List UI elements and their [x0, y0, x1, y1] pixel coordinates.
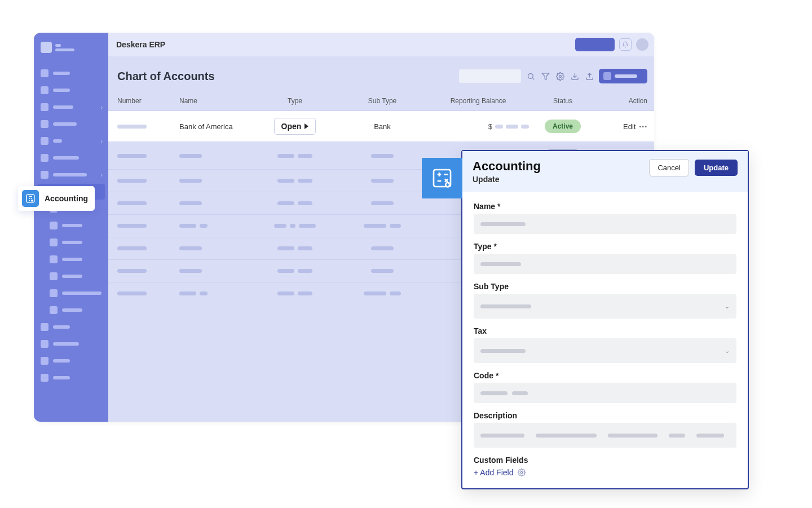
field-name: Name * — [474, 202, 736, 234]
svg-rect-2 — [27, 195, 34, 202]
col-sub: Sub Type — [337, 97, 427, 105]
col-name: Name — [179, 97, 253, 105]
topbar: Deskera ERP — [108, 33, 654, 56]
gear-icon[interactable] — [555, 71, 565, 81]
sidebar-subitem[interactable] — [34, 251, 108, 267]
description-input[interactable] — [474, 423, 736, 448]
add-field-link[interactable]: + Add Field — [474, 468, 513, 477]
calculator-icon — [22, 190, 39, 207]
name-input[interactable] — [474, 214, 736, 234]
sidebar-item[interactable]: › — [34, 167, 108, 183]
field-code: Code * — [474, 371, 736, 403]
modal-subtitle: Update — [473, 175, 541, 184]
play-icon — [304, 123, 308, 129]
accounting-tab-label: Accounting — [45, 194, 88, 203]
sidebar-item[interactable] — [34, 65, 108, 81]
col-number: Number — [117, 97, 179, 105]
table-header: Number Name Type Sub Type Reporting Bala… — [108, 91, 654, 111]
svg-point-6 — [521, 471, 523, 474]
chevron-down-icon: ⌄ — [725, 303, 730, 310]
brand — [34, 37, 108, 58]
upload-icon[interactable] — [584, 71, 594, 81]
svg-point-0 — [528, 73, 533, 78]
download-icon[interactable] — [570, 71, 580, 81]
sidebar-item[interactable] — [34, 370, 108, 386]
app-title: Deskera ERP — [116, 40, 165, 49]
chevron-down-icon: ⌄ — [725, 347, 730, 355]
col-bal: Reporting Balance — [427, 97, 529, 105]
sidebar-subitem[interactable] — [34, 268, 108, 284]
sidebar-item[interactable]: › — [34, 99, 108, 115]
sidebar-subitem[interactable] — [34, 218, 108, 233]
update-button[interactable]: Update — [695, 160, 738, 176]
search-input[interactable] — [459, 69, 521, 83]
subtype-select[interactable]: ⌄ — [474, 294, 736, 319]
calculator-icon — [422, 158, 462, 198]
sidebar-item[interactable] — [34, 150, 108, 166]
filter-icon[interactable] — [540, 71, 550, 81]
sidebar-subitem[interactable] — [34, 285, 108, 301]
sidebar-item[interactable]: › — [34, 133, 108, 149]
col-type: Type — [253, 97, 337, 105]
field-description: Description — [474, 411, 736, 448]
gear-icon[interactable] — [518, 469, 526, 476]
col-action: Action — [597, 97, 647, 105]
table-row[interactable]: Bank of America Open Bank $ Active Edit•… — [108, 111, 654, 142]
search-icon[interactable] — [526, 71, 536, 81]
sidebar-subitem[interactable] — [34, 302, 108, 318]
sidebar-item[interactable] — [34, 336, 108, 352]
custom-fields-section: Custom Fields + Add Field — [474, 456, 736, 477]
cancel-button[interactable]: Cancel — [649, 159, 689, 176]
cell-name: Bank of America — [179, 122, 253, 131]
field-tax: Tax ⌄ — [474, 326, 736, 363]
sidebar-item[interactable] — [34, 353, 108, 369]
col-status: Status — [529, 97, 597, 105]
sidebar-item[interactable] — [34, 319, 108, 335]
svg-point-1 — [559, 75, 561, 77]
topbar-primary-button[interactable] — [575, 38, 615, 51]
bell-icon[interactable] — [619, 38, 632, 51]
sidebar-item[interactable] — [34, 116, 108, 132]
modal-body: Name * Type * Sub Type ⌄ Tax ⌄ Code * De… — [462, 192, 748, 488]
status-badge: Active — [545, 120, 581, 133]
sidebar-items: › › › — [34, 65, 108, 386]
more-icon: ••• — [639, 123, 647, 130]
brand-logo — [41, 42, 52, 53]
cell-action[interactable]: Edit••• — [597, 122, 647, 131]
modal-title: Accounting — [473, 159, 541, 174]
primary-action-button[interactable] — [599, 69, 647, 83]
modal-header: Accounting Update Cancel Update — [462, 151, 748, 192]
accounting-update-modal: Accounting Update Cancel Update Name * T… — [461, 150, 749, 489]
sidebar-subitem[interactable] — [34, 235, 108, 250]
field-subtype: Sub Type ⌄ — [474, 282, 736, 319]
accounting-tab[interactable]: Accounting — [18, 186, 95, 211]
open-button[interactable]: Open — [274, 118, 316, 135]
field-type: Type * — [474, 242, 736, 274]
avatar[interactable] — [636, 38, 648, 51]
svg-point-3 — [32, 200, 33, 201]
cell-balance: $ — [427, 122, 529, 131]
code-input[interactable] — [474, 383, 736, 403]
sidebar: › › › — [34, 33, 108, 422]
sidebar-item[interactable] — [34, 82, 108, 98]
type-input[interactable] — [474, 254, 736, 274]
tax-select[interactable]: ⌄ — [474, 338, 736, 363]
cell-subtype: Bank — [337, 122, 427, 131]
page-title: Chart of Accounts — [117, 70, 215, 83]
